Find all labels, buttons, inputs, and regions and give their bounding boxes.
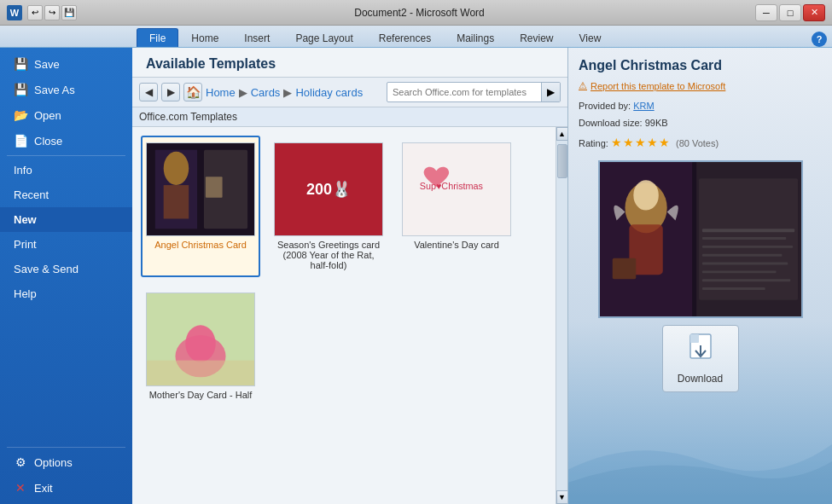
sidebar-item-options[interactable]: ⚙ Options [0, 449, 132, 475]
sidebar-item-recent[interactable]: Recent [0, 182, 132, 207]
sidebar-item-save-as[interactable]: 💾 Save As [0, 77, 132, 102]
template-card-seasons[interactable]: 200🐰 Season's Greetings card (2008 Year … [269, 136, 388, 277]
tab-references[interactable]: References [366, 28, 444, 47]
tab-mailings[interactable]: Mailings [444, 28, 507, 47]
template-label-seasons: Season's Greetings card (2008 Year of th… [276, 240, 381, 270]
minimize-button[interactable]: ─ [755, 4, 777, 21]
options-icon: ⚙ [14, 455, 27, 469]
templates-grid: Angel Christmas Card 200🐰 Season's Greet… [132, 127, 556, 504]
breadcrumb-home[interactable]: Home [206, 86, 236, 99]
toolbar-controls: ↩ ↪ 💾 [27, 5, 77, 20]
search-box: ▶ [387, 82, 561, 102]
sidebar-item-close[interactable]: 📄 Close [0, 128, 132, 154]
sidebar-item-exit[interactable]: ✕ Exit [0, 475, 132, 501]
star-3: ★ [635, 132, 646, 154]
office-com-bar: Office.com Templates [132, 107, 567, 127]
template-card-angel[interactable]: Angel Christmas Card [141, 136, 260, 277]
svg-text:Sup♥Christmas: Sup♥Christmas [420, 181, 484, 191]
sidebar-item-save-send[interactable]: Save & Send [0, 257, 132, 281]
svg-rect-3 [164, 185, 189, 218]
svg-rect-24 [701, 246, 792, 248]
sidebar-item-new[interactable]: New [0, 207, 132, 232]
maximize-button[interactable]: □ [779, 4, 801, 21]
title-bar: W ↩ ↪ 💾 Document2 - Microsoft Word ─ □ ✕ [0, 0, 832, 26]
redo-button[interactable]: ↪ [44, 5, 60, 20]
tab-view[interactable]: View [567, 28, 614, 47]
ribbon-tab-bar: File Home Insert Page Layout References … [0, 26, 832, 48]
breadcrumb-holiday[interactable]: Holiday cards [295, 86, 363, 99]
svg-rect-29 [701, 287, 765, 290]
template-card-valentines[interactable]: Sup♥Christmas Valentine's Day card [397, 136, 516, 277]
scroll-down-button[interactable]: ▼ [556, 490, 568, 504]
tab-home[interactable]: Home [178, 28, 231, 47]
wave-decoration [567, 402, 832, 504]
breadcrumb: Home ▶ Cards ▶ Holiday cards [206, 86, 363, 99]
templates-header: Available Templates [132, 48, 567, 78]
template-thumb-mothers [146, 293, 255, 386]
save-quick-button[interactable]: 💾 [61, 5, 77, 20]
svg-rect-26 [701, 262, 787, 264]
search-button[interactable]: ▶ [541, 83, 560, 101]
office-com-label: Office.com Templates [139, 111, 237, 123]
main-layout: 💾 Save 💾 Save As 📂 Open 📄 Close Info Rec… [0, 48, 832, 504]
votes-count: (80 Votes) [676, 138, 719, 148]
template-thumb-seasons: 200🐰 [274, 142, 383, 236]
nav-bar: ◀ ▶ 🏠 Home ▶ Cards ▶ Holiday cards ▶ [132, 78, 567, 107]
svg-rect-5 [206, 177, 223, 198]
home-button[interactable]: 🏠 [183, 83, 202, 101]
open-icon: 📂 [14, 108, 27, 122]
svg-rect-25 [701, 253, 781, 256]
svg-point-2 [164, 152, 189, 185]
star-1: ★ [611, 132, 622, 154]
rating-label: Rating: [579, 138, 608, 148]
svg-rect-28 [701, 279, 789, 281]
sidebar-item-help[interactable]: Help [0, 281, 132, 306]
sidebar-item-save[interactable]: 💾 Save [0, 51, 132, 77]
svg-rect-13 [147, 361, 254, 386]
download-size-value: 99KB [645, 118, 668, 128]
sidebar-item-print[interactable]: Print [0, 232, 132, 257]
content-area: Available Templates ◀ ▶ 🏠 Home ▶ Cards ▶… [132, 48, 567, 504]
sidebar-item-info[interactable]: Info [0, 158, 132, 182]
star-5: ★ [659, 132, 670, 154]
preview-container [598, 160, 803, 318]
sidebar: 💾 Save 💾 Save As 📂 Open 📄 Close Info Rec… [0, 48, 132, 504]
download-button[interactable]: Download [662, 325, 739, 392]
scroll-up-button[interactable]: ▲ [556, 127, 568, 141]
sidebar-divider-1 [7, 155, 125, 156]
help-icon[interactable]: ? [812, 32, 827, 47]
star-2: ★ [623, 132, 634, 154]
tab-file[interactable]: File [137, 28, 178, 47]
preview-svg [600, 160, 801, 318]
exit-icon: ✕ [14, 481, 27, 495]
sidebar-divider-2 [7, 447, 125, 448]
back-button[interactable]: ◀ [139, 83, 158, 101]
undo-button[interactable]: ↩ [27, 5, 43, 20]
tab-review[interactable]: Review [507, 28, 566, 47]
template-label-mothers: Mother's Day Card - Half [149, 390, 253, 400]
star-4: ★ [647, 132, 658, 154]
tab-page-layout[interactable]: Page Layout [282, 28, 365, 47]
preview-inner [600, 162, 801, 316]
breadcrumb-sep-1: ▶ [239, 86, 247, 99]
report-link[interactable]: ⚠ Report this template to Microsoft [579, 80, 822, 91]
svg-point-17 [633, 180, 659, 210]
download-size-label: Download size: [579, 118, 643, 128]
provided-by-link[interactable]: KRM [633, 101, 654, 111]
tab-insert[interactable]: Insert [231, 28, 282, 47]
sidebar-item-open[interactable]: 📂 Open [0, 102, 132, 128]
scroll-thumb[interactable] [557, 144, 567, 178]
search-input[interactable] [387, 85, 541, 99]
close-button[interactable]: ✕ [803, 4, 825, 21]
template-card-mothers[interactable]: Mother's Day Card - Half [141, 286, 260, 407]
close-doc-icon: 📄 [14, 134, 27, 148]
breadcrumb-sep-2: ▶ [283, 86, 292, 99]
grid-scroll-area: Angel Christmas Card 200🐰 Season's Greet… [132, 127, 567, 504]
svg-point-11 [185, 325, 215, 362]
forward-button[interactable]: ▶ [161, 83, 180, 101]
app-icon: W [7, 5, 22, 20]
svg-rect-19 [612, 258, 636, 279]
svg-rect-31 [690, 334, 699, 343]
breadcrumb-cards[interactable]: Cards [251, 86, 281, 99]
svg-rect-22 [701, 229, 794, 232]
